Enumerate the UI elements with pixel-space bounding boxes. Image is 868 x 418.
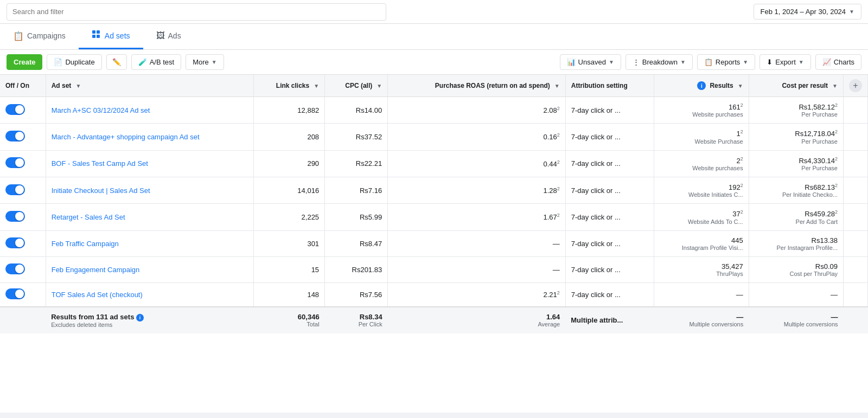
unsaved-icon: 📊 (567, 58, 576, 66)
tab-campaigns[interactable]: 📋 Campaigns (0, 24, 79, 49)
footer-attribution: Multiple attrib... (565, 307, 654, 333)
abtest-label: A/B test (150, 58, 175, 66)
cost-per-result: Rs0.09Cost per ThruPlay (749, 256, 843, 282)
table-row: March - Advantage+ shopping campaign Ad … (0, 124, 868, 150)
charts-button[interactable]: 📈 Charts (815, 54, 861, 70)
abtest-icon: 🧪 (138, 58, 147, 66)
link-clicks: 208 (254, 124, 325, 150)
toggle-switch[interactable] (5, 131, 25, 142)
col-add: + (844, 75, 868, 97)
link-clicks: 15 (254, 256, 325, 282)
sort-icon[interactable]: ▼ (75, 83, 81, 89)
chevron-down-icon: ▼ (743, 59, 748, 65)
reports-label: Reports (716, 58, 741, 66)
reports-icon: 📋 (704, 58, 713, 66)
chevron-down-icon: ▼ (212, 59, 217, 65)
duplicate-button[interactable]: 📄 Duplicate (47, 54, 101, 70)
create-label: Create (14, 58, 35, 66)
edit-button[interactable]: ✏️ (106, 54, 127, 70)
more-button[interactable]: More ▼ (186, 54, 224, 70)
roas: 1.282 (388, 177, 566, 203)
unsaved-button[interactable]: 📊 Unsaved ▼ (560, 54, 621, 70)
date-range-label: Feb 1, 2024 – Apr 30, 2024 (761, 8, 846, 16)
tab-ads[interactable]: 🖼 Ads (143, 24, 194, 49)
add-col-cell (844, 177, 868, 203)
toggle-switch[interactable] (5, 211, 25, 222)
footer-results: — Multiple conversions (654, 307, 749, 333)
results-cell: 35,427ThruPlays (654, 256, 749, 282)
cpc: Rs8.47 (325, 230, 388, 256)
table-row: Retarget - Sales Ad Set2,225Rs5.991.6727… (0, 204, 868, 230)
adset-name[interactable]: TOF Sales Ad Set (checkout) (46, 282, 254, 307)
sort-icon[interactable]: ▼ (314, 83, 319, 89)
sort-icon[interactable]: ▼ (832, 83, 838, 89)
toggle-switch[interactable] (5, 157, 25, 168)
tab-adsets[interactable]: Ad sets (79, 24, 143, 49)
link-clicks: 2,225 (254, 204, 325, 230)
sort-icon[interactable]: ▼ (738, 83, 743, 89)
cpc: Rs14.00 (325, 97, 388, 124)
add-col-cell (844, 150, 868, 177)
cost-per-result: Rs459.282Per Add To Cart (749, 204, 843, 230)
sort-icon[interactable]: ▼ (554, 83, 560, 89)
col-adset: Ad set ▼ (46, 75, 254, 97)
toggle-switch[interactable] (5, 104, 25, 115)
sort-icon[interactable]: ▼ (376, 83, 382, 89)
cost-per-result: Rs1,582.122Per Purchase (749, 97, 843, 124)
toggle-switch[interactable] (5, 288, 25, 299)
add-col-cell (844, 97, 868, 124)
toggle-cell (0, 124, 46, 150)
footer-cost: — Multiple conversions (749, 307, 843, 333)
breakdown-icon: ⋮ (633, 58, 640, 66)
results-cell: — (654, 282, 749, 307)
toggle-switch[interactable] (5, 263, 25, 274)
toggle-switch[interactable] (5, 237, 25, 248)
footer-toggle-cell (0, 307, 46, 333)
adset-name[interactable]: BOF - Sales Test Camp Ad Set (46, 150, 254, 177)
svg-rect-1 (97, 30, 100, 34)
add-col-cell (844, 256, 868, 282)
tab-adsets-label: Ad sets (105, 31, 130, 40)
search-input[interactable] (7, 3, 386, 21)
export-icon: ⬇ (767, 58, 773, 66)
attribution: 7-day click or ... (565, 230, 654, 256)
col-cost-per-result: Cost per result ▼ (749, 75, 843, 97)
link-clicks: 14,016 (254, 177, 325, 203)
cpc: Rs7.56 (325, 282, 388, 307)
abtest-button[interactable]: 🧪 A/B test (131, 54, 182, 70)
table-row: March A+SC 03/12/2024 Ad set12,882Rs14.0… (0, 97, 868, 124)
attribution: 7-day click or ... (565, 177, 654, 203)
footer-add (844, 307, 868, 333)
toggle-cell (0, 150, 46, 177)
breakdown-button[interactable]: ⋮ Breakdown ▼ (626, 54, 693, 70)
attribution: 7-day click or ... (565, 204, 654, 230)
export-button[interactable]: ⬇ Export ▼ (760, 54, 810, 70)
footer-link-clicks: 60,346 Total (254, 307, 325, 333)
tab-ads-label: Ads (168, 31, 181, 40)
adset-name[interactable]: Initiate Checkout | Sales Ad Set (46, 177, 254, 203)
adset-name[interactable]: March - Advantage+ shopping campaign Ad … (46, 124, 254, 150)
results-cell: 12Website Purchase (654, 124, 749, 150)
cost-per-result: Rs12,718.042Per Purchase (749, 124, 843, 150)
cpc: Rs7.16 (325, 177, 388, 203)
toggle-switch[interactable] (5, 184, 25, 195)
create-button[interactable]: Create (7, 54, 42, 70)
charts-label: Charts (834, 58, 854, 66)
duplicate-icon: 📄 (54, 58, 62, 66)
adset-name[interactable]: Feb Engagement Campaign (46, 256, 254, 282)
footer-excludes: Excludes deleted items (51, 321, 248, 328)
cost-per-result: Rs13.38Per Instagram Profile... (749, 230, 843, 256)
reports-button[interactable]: 📋 Reports ▼ (697, 54, 755, 70)
adset-name[interactable]: Retarget - Sales Ad Set (46, 204, 254, 230)
ads-icon: 🖼 (156, 31, 165, 41)
adset-name[interactable]: Feb Traffic Campaign (46, 230, 254, 256)
col-link-clicks: Link clicks ▼ (254, 75, 325, 97)
results-cell: 372Website Adds To C... (654, 204, 749, 230)
roas: — (388, 256, 566, 282)
adset-name[interactable]: March A+SC 03/12/2024 Ad set (46, 97, 254, 124)
roas: 1.672 (388, 204, 566, 230)
table-row: Initiate Checkout | Sales Ad Set14,016Rs… (0, 177, 868, 203)
add-col-cell (844, 230, 868, 256)
date-range-button[interactable]: Feb 1, 2024 – Apr 30, 2024 ▼ (754, 4, 861, 20)
add-column-button[interactable]: + (849, 79, 862, 92)
